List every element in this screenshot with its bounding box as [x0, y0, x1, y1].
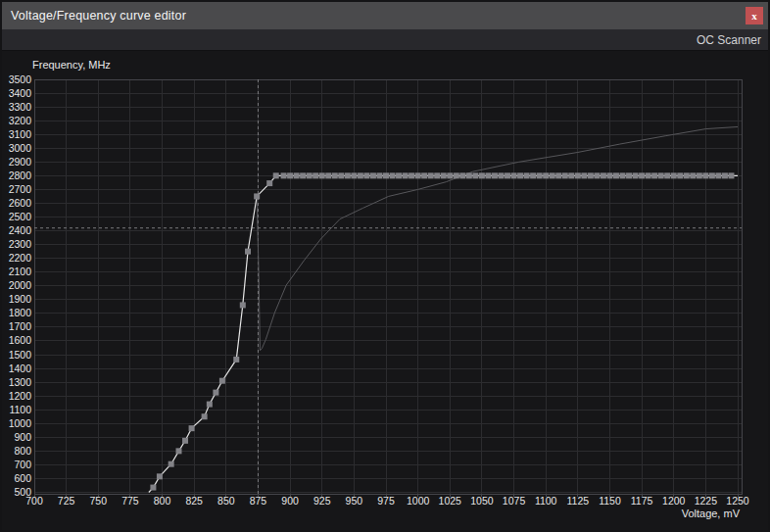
curve-markers[interactable] [150, 172, 734, 490]
curve-point-marker[interactable] [613, 172, 619, 178]
curve-point-marker[interactable] [213, 390, 218, 396]
curve-point-marker[interactable] [421, 172, 427, 178]
curve-point-marker[interactable] [254, 193, 260, 199]
curve-point-marker[interactable] [240, 302, 246, 308]
curve-point-marker[interactable] [273, 172, 279, 178]
svg-text:1700: 1700 [9, 320, 32, 332]
curve-point-marker[interactable] [588, 172, 594, 178]
svg-text:750: 750 [90, 495, 108, 507]
svg-text:1200: 1200 [662, 495, 686, 507]
curve-point-marker[interactable] [728, 172, 734, 178]
curve-point-marker[interactable] [530, 172, 536, 178]
curve-point-marker[interactable] [485, 172, 491, 178]
curve-point-marker[interactable] [245, 249, 251, 255]
svg-text:950: 950 [346, 495, 363, 507]
curve-point-marker[interactable] [233, 357, 239, 363]
curve-point-marker[interactable] [351, 172, 357, 178]
curve-point-marker[interactable] [633, 172, 639, 178]
curve-point-marker[interactable] [479, 172, 485, 178]
curve-point-marker[interactable] [511, 172, 517, 178]
curve-point-marker[interactable] [207, 402, 213, 408]
curve-point-marker[interactable] [441, 172, 447, 178]
curve-point-marker[interactable] [517, 172, 523, 178]
curve-point-marker[interactable] [345, 172, 351, 178]
curve-point-marker[interactable] [664, 172, 670, 178]
curve-point-marker[interactable] [168, 461, 174, 467]
curve-point-marker[interactable] [550, 172, 555, 178]
curve-point-marker[interactable] [555, 172, 561, 178]
curve-point-marker[interactable] [562, 172, 568, 178]
curve-point-marker[interactable] [581, 172, 587, 178]
curve-point-marker[interactable] [415, 172, 421, 178]
curve-point-marker[interactable] [472, 172, 478, 178]
curve-point-marker[interactable] [281, 172, 287, 178]
curve-point-marker[interactable] [189, 425, 195, 431]
curve-point-marker[interactable] [202, 413, 208, 419]
curve-point-marker[interactable] [671, 172, 677, 178]
curve-point-marker[interactable] [332, 172, 338, 178]
curve-point-marker[interactable] [363, 172, 369, 178]
svg-text:3400: 3400 [9, 87, 32, 99]
close-button[interactable]: x [746, 7, 763, 24]
curve-point-marker[interactable] [709, 172, 715, 178]
curve-point-marker[interactable] [428, 172, 434, 178]
curve-point-marker[interactable] [697, 172, 702, 178]
curve-point-marker[interactable] [338, 172, 344, 178]
curve-point-marker[interactable] [287, 172, 293, 178]
curve-point-marker[interactable] [646, 172, 651, 178]
curve-point-marker[interactable] [383, 172, 389, 178]
curve-point-marker[interactable] [319, 172, 325, 178]
curve-point-marker[interactable] [658, 172, 664, 178]
curve-point-marker[interactable] [594, 172, 600, 178]
curve-point-marker[interactable] [150, 485, 156, 491]
curve-point-marker[interactable] [677, 172, 683, 178]
vf-curve-plot[interactable]: 7007257507758008258508759009259509751000… [2, 51, 768, 531]
curve-point-marker[interactable] [606, 172, 612, 178]
curve-point-marker[interactable] [157, 473, 163, 479]
curve-point-marker[interactable] [459, 172, 465, 178]
curve-point-marker[interactable] [266, 180, 272, 186]
curve-point-marker[interactable] [358, 172, 363, 178]
curve-point-marker[interactable] [722, 172, 728, 178]
curve-point-marker[interactable] [568, 172, 574, 178]
curve-point-marker[interactable] [505, 172, 510, 178]
reference-curve [257, 126, 738, 350]
curve-point-marker[interactable] [601, 172, 606, 178]
curve-point-marker[interactable] [651, 172, 657, 178]
curve-point-marker[interactable] [219, 378, 225, 384]
oc-scanner-button[interactable]: OC Scanner [697, 33, 761, 47]
curve-point-marker[interactable] [325, 172, 331, 178]
svg-text:600: 600 [14, 472, 31, 484]
curve-point-marker[interactable] [639, 172, 645, 178]
curve-point-marker[interactable] [537, 172, 543, 178]
curve-point-marker[interactable] [702, 172, 708, 178]
curve-point-marker[interactable] [313, 172, 318, 178]
curve-point-marker[interactable] [434, 172, 440, 178]
curve-point-marker[interactable] [626, 172, 632, 178]
curve-point-marker[interactable] [396, 172, 402, 178]
curve-point-marker[interactable] [300, 172, 306, 178]
curve-point-marker[interactable] [182, 438, 188, 444]
curve-point-marker[interactable] [307, 172, 313, 178]
curve-point-marker[interactable] [498, 172, 504, 178]
curve-point-marker[interactable] [492, 172, 498, 178]
curve-point-marker[interactable] [524, 172, 530, 178]
window-title-bar[interactable]: Voltage/Frequency curve editor x [2, 2, 768, 29]
curve-point-marker[interactable] [575, 172, 581, 178]
curve-point-marker[interactable] [715, 172, 721, 178]
curve-point-marker[interactable] [403, 172, 409, 178]
curve-point-marker[interactable] [447, 172, 453, 178]
curve-point-marker[interactable] [409, 172, 414, 178]
curve-point-marker[interactable] [454, 172, 459, 178]
curve-point-marker[interactable] [690, 172, 696, 178]
curve-point-marker[interactable] [294, 172, 300, 178]
curve-point-marker[interactable] [543, 172, 549, 178]
curve-point-marker[interactable] [390, 172, 396, 178]
curve-point-marker[interactable] [370, 172, 376, 178]
curve-point-marker[interactable] [376, 172, 382, 178]
curve-point-marker[interactable] [620, 172, 626, 178]
curve-point-marker[interactable] [684, 172, 690, 178]
svg-text:1150: 1150 [599, 495, 621, 507]
curve-point-marker[interactable] [466, 172, 472, 178]
curve-point-marker[interactable] [176, 448, 182, 454]
